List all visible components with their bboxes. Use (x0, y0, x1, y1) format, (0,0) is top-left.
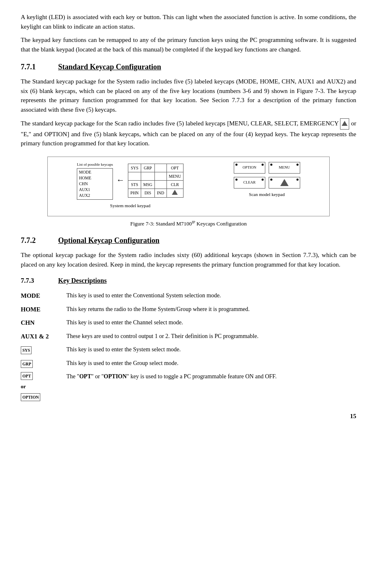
table-row: HOME This key returns the radio to the H… (21, 303, 356, 316)
aux-key-name: AUX1 & 2 (21, 330, 66, 343)
list-label: List of possible keycaps (77, 162, 113, 168)
empty-key (154, 164, 166, 172)
sts-key: STS (128, 180, 141, 189)
ind-key: IND (154, 189, 166, 197)
intro-para2: The keypad key functions can be remapped… (21, 35, 356, 54)
section-771-para2: The standard keycap package for the Scan… (21, 118, 356, 148)
section-771-para1: The Standard keycap package for the Syst… (21, 77, 356, 114)
chn-key-desc: This key is used to enter the Channel se… (66, 316, 356, 330)
opt-icon-cell: OPT or OPTION (21, 370, 66, 403)
mode-key-desc: This key is used to enter the Convention… (66, 289, 356, 303)
grp-icon-cell: GRP (21, 357, 66, 370)
figure-773: List of possible keycaps MODE HOME CHN A… (21, 157, 356, 228)
section-771-num: 7.7.1 (21, 61, 46, 73)
phn-key: PHN (128, 189, 141, 197)
section-772-para: The optional keycap package for the Syst… (21, 250, 356, 269)
opt-icon-row: OPT or OPTION (21, 372, 63, 401)
menu-scan-key: MENU (269, 162, 300, 174)
list-box: MODE HOME CHN AUX1 AUX2 (77, 168, 113, 200)
sys-key: SYS (128, 164, 141, 172)
chn-key-name: CHN (21, 316, 66, 330)
empty-key3 (141, 172, 155, 180)
clr-key: CLR (166, 180, 183, 189)
table-row: MODE This key is used to enter the Conve… (21, 289, 356, 303)
section-772-num: 7.7.2 (21, 235, 46, 246)
figure-box: List of possible keycaps MODE HOME CHN A… (47, 157, 330, 216)
menu-key: MENU (166, 172, 183, 180)
triangle-key (166, 189, 183, 197)
empty-key5 (154, 180, 166, 189)
msg-key: MSG (141, 180, 155, 189)
sys-icon-cell: SYS (21, 343, 66, 357)
home-key-desc: This key returns the radio to the Home S… (66, 303, 356, 316)
empty-key2 (128, 172, 141, 180)
option-key-icon: OPTION (21, 393, 40, 401)
mode-key-name: MODE (21, 289, 66, 303)
clear-scan-key: CLEAR (234, 177, 265, 189)
table-row: OPT or OPTION The "OPT" or "OPTION" key … (21, 370, 356, 403)
scan-keypad-diagram: OPTION MENU CLEAR (234, 162, 300, 200)
page-number: 15 (21, 412, 356, 421)
grp-key-desc: This key is used to enter the Group sele… (66, 357, 356, 370)
triangle-scan-key (269, 177, 300, 189)
dis-key: DIS (141, 189, 155, 197)
option-scan-key: OPTION (234, 162, 265, 174)
system-keypad-label: System model keypad (110, 202, 150, 209)
section-771-heading: 7.7.1 Standard Keycap Configuration (21, 61, 356, 73)
section-773-heading: 7.7.3 Key Descriptions (21, 276, 356, 286)
section-771-title: Standard Keycap Configuration (58, 61, 161, 73)
table-row: SYS This key is used to enter the System… (21, 343, 356, 357)
home-key-name: HOME (21, 303, 66, 316)
table-row: GRP This key is used to enter the Group … (21, 357, 356, 370)
scan-keypad-grid: OPTION MENU CLEAR (234, 162, 300, 189)
key-descriptions-table: MODE This key is used to enter the Conve… (21, 289, 356, 403)
list-item: CHN (79, 181, 111, 187)
grp-key-icon: GRP (21, 360, 33, 368)
sys-key-desc: This key is used to enter the System sel… (66, 343, 356, 357)
intro-para1: A keylight (LED) is associated with each… (21, 12, 356, 31)
table-row: AUX1 & 2 These keys are used to control … (21, 330, 356, 343)
list-item: HOME (79, 175, 111, 181)
sys-key-icon: SYS (21, 346, 32, 354)
system-keypad-diagram: List of possible keycaps MODE HOME CHN A… (77, 162, 184, 211)
figure-caption: Figure 7-3: Standard M7100IP Keycaps Con… (130, 220, 247, 228)
opt-key-desc: The "OPT" or "OPTION" key is used to tog… (66, 370, 356, 403)
opt-key-icon: OPT (21, 372, 33, 380)
table-row: CHN This key is used to enter the Channe… (21, 316, 356, 330)
list-item: AUX1 (79, 187, 111, 193)
list-item: AUX2 (79, 193, 111, 198)
section-773-title: Key Descriptions (58, 276, 107, 286)
opt-key: OPT (166, 164, 183, 172)
figure-inner: List of possible keycaps MODE HOME CHN A… (56, 162, 321, 211)
aux-key-desc: These keys are used to control output 1 … (66, 330, 356, 343)
empty-key4 (154, 172, 166, 180)
arrow-icon: ← (116, 162, 125, 186)
system-keypad-table: SYS GRP OPT MENU (128, 164, 184, 198)
section-772-heading: 7.7.2 Optional Keycap Configuration (21, 235, 356, 246)
list-item: MODE (79, 169, 111, 175)
grp-key: GRP (141, 164, 155, 172)
section-772-title: Optional Keycap Configuration (58, 235, 159, 246)
section-773-num: 7.7.3 (21, 276, 46, 286)
scan-keypad-label: Scan model keypad (249, 191, 285, 198)
or-label: or (21, 382, 26, 392)
